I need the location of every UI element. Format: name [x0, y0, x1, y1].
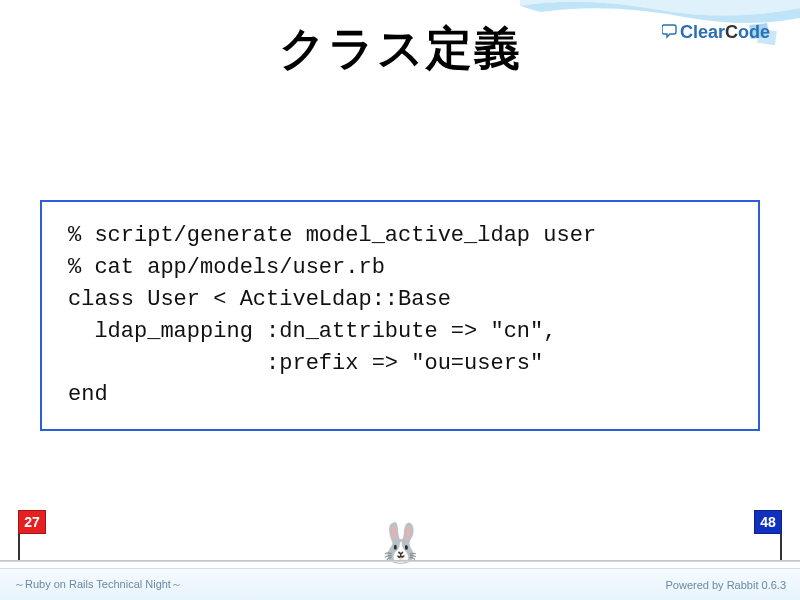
rabbit-icon: 🐰: [377, 524, 424, 562]
current-page-number: 27: [18, 510, 46, 534]
total-page-number: 48: [754, 510, 782, 534]
footer-right-text: Powered by Rabbit 0.6.3: [666, 579, 786, 591]
current-page-flag: 27: [18, 510, 46, 560]
speech-bubble-icon: [662, 23, 678, 44]
brand-logo: ClearCode: [662, 22, 770, 44]
total-page-flag: 48: [754, 510, 782, 560]
progress-bar: 27 🐰 48: [0, 502, 800, 562]
footer-left-text: ～Ruby on Rails Technical Night～: [14, 577, 182, 592]
footer: ～Ruby on Rails Technical Night～ Powered …: [0, 568, 800, 600]
progress-ground: [0, 560, 800, 562]
code-block: % script/generate model_active_ldap user…: [40, 200, 760, 431]
